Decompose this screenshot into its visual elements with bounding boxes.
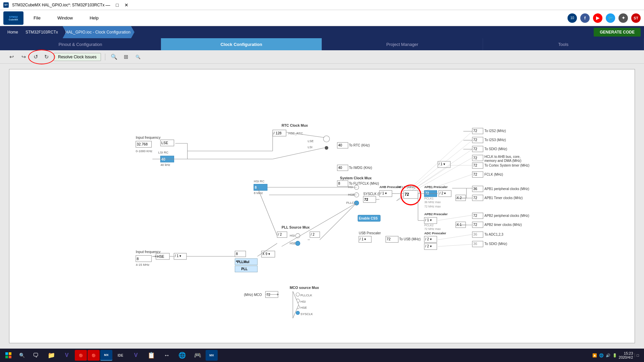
div128: / 128 <box>274 131 282 135</box>
sysclk-val: 72 <box>364 197 368 201</box>
fit-button[interactable]: ⊞ <box>121 52 131 62</box>
taskbar-mx2[interactable]: MX <box>206 350 218 361</box>
zoom-out-button[interactable]: 🔍 <box>133 52 143 62</box>
apb2-timer-label: APB2 timer clocks (MHz) <box>484 223 522 227</box>
app-logo: STM32 CubeMX <box>3 11 23 25</box>
to-flit-label: To FLITFCLK (MHz) <box>349 182 379 185</box>
resolve-clock-issues-button[interactable]: Resolve Clock Issues <box>54 53 101 61</box>
input-freq-lse-val: 32.768 <box>137 142 148 146</box>
close-button[interactable]: ✕ <box>123 2 130 8</box>
pllmul-label: *PLLMul <box>236 260 249 264</box>
twitter-icon[interactable]: 🐦 <box>606 13 615 23</box>
taskbar-vol-icon[interactable]: 🔊 <box>606 353 610 358</box>
lsi-rc-label: LSI RC <box>158 151 168 154</box>
breadcrumb: Home STM32F103RCTx HAL_GPIO.ioc - Clock … <box>0 26 644 38</box>
mhz-mco-label: (MHz) MCO <box>244 293 262 297</box>
taskbar-list[interactable]: 📋 <box>144 349 159 361</box>
tab-project[interactable]: Project Manager <box>322 38 483 50</box>
title-bar: ST STM32CubeMX HAL_GPIO.ioc*: STM32F103R… <box>0 0 644 10</box>
val-72-cortex: 72 <box>473 163 477 167</box>
menu-help[interactable]: Help <box>86 14 102 22</box>
menu-window[interactable]: Window <box>54 14 76 22</box>
breadcrumb-file[interactable]: HAL_GPIO.ioc - Clock Configuration <box>63 26 135 38</box>
adc-div2: / 2 ▾ <box>425 237 432 241</box>
maximize-button[interactable]: □ <box>114 2 120 8</box>
tab-pinout[interactable]: Pinout & Configuration <box>0 38 161 50</box>
refresh2-button[interactable]: ↻ <box>42 52 51 62</box>
hse-div1: / 1 ▾ <box>175 254 181 258</box>
taskbar-show-desktop[interactable]: □ <box>635 353 639 357</box>
taskbar-date: 2020/4/2 <box>619 355 633 359</box>
start-button[interactable] <box>2 349 15 361</box>
taskbar-chat[interactable]: 🗨 <box>29 349 43 361</box>
apb1-prescaler-label: APB1 Prescaler <box>424 185 448 189</box>
input-4-15: 4-15 MHz <box>136 263 150 266</box>
fclk-label: FCLK (MHz) <box>484 173 503 176</box>
redo-button[interactable]: ↪ <box>19 52 28 62</box>
val-72-apb2timer: 72 <box>473 223 477 227</box>
pll-mux-circle2 <box>296 241 300 245</box>
val-8-flit: 8 <box>338 181 340 185</box>
to-adc-label: To ADC1,2,3 <box>484 233 503 236</box>
enable-css-btn: Enable CSS <box>359 217 378 220</box>
taskbar-net-icon[interactable]: 🌐 <box>599 353 604 358</box>
taskbar-game[interactable]: 🎮 <box>190 349 205 361</box>
breadcrumb-home[interactable]: Home <box>3 26 22 38</box>
x2-val: X 2 <box>457 196 462 200</box>
svg-rect-94 <box>9 356 11 358</box>
taskbar-v2[interactable]: V <box>128 349 143 361</box>
hclk-ahb-label2: memory and DMA (MHz) <box>484 159 521 163</box>
undo-button[interactable]: ↩ <box>7 52 16 62</box>
taskbar-arrow-icon[interactable]: 🔼 <box>592 353 597 358</box>
val-36-apb1: 36 <box>473 187 477 191</box>
taskbar-red2[interactable]: 🔴 <box>88 350 100 361</box>
pclk1-label: PCLK1 <box>424 197 434 200</box>
menu-items: File Window Help <box>30 14 568 22</box>
to-i2s3-label: To I2S3 (MHz) <box>484 138 506 142</box>
tab-tools[interactable]: Tools <box>483 38 644 50</box>
taskbar-arrow[interactable]: ↔ <box>159 349 174 361</box>
network-icon[interactable]: ✦ <box>619 13 628 23</box>
svg-line-89 <box>320 203 357 240</box>
to-sdio-label: To SDIO (MHz) <box>484 147 507 151</box>
generate-code-button[interactable]: GENERATE CODE <box>594 28 641 37</box>
svg-line-72 <box>438 244 472 247</box>
svg-line-71 <box>438 234 472 240</box>
tab-clock[interactable]: Clock Configuration <box>161 38 322 50</box>
val-72-apb2: 72 <box>473 214 477 218</box>
taskbar-explorer[interactable]: 📁 <box>44 349 59 361</box>
taskbar-chrome[interactable]: 🌐 <box>175 349 190 361</box>
toolbar: ↩ ↪ ↺ ↻ Resolve Clock Issues 🔍 ⊞ 🔍 <box>0 50 644 64</box>
val-72-i2s2: 72 <box>473 129 477 133</box>
svg-rect-92 <box>9 352 11 355</box>
apb1-val: 72 <box>425 191 429 195</box>
rtc-mux-circle <box>323 136 330 142</box>
minimize-button[interactable]: — <box>104 2 111 8</box>
social-icons: 10 f ▶ 🐦 ✦ ST <box>568 13 641 23</box>
taskbar-ide[interactable]: IDE <box>113 349 128 361</box>
menu-file[interactable]: File <box>30 14 44 22</box>
hse-mco: HSE <box>301 306 307 309</box>
taskbar-vs[interactable]: V <box>59 349 74 361</box>
taskbar-red1[interactable]: 🔴 <box>75 350 87 361</box>
st-icon[interactable]: ST <box>631 13 641 23</box>
apb2-periph-label: APB2 peripheral clocks (MHz) <box>484 214 529 218</box>
clock-diagram-svg: Input frequency 32.768 0-1000 KHz LSE LS… <box>9 69 635 343</box>
zoom-in-button[interactable]: 🔍 <box>109 52 119 62</box>
facebook-icon[interactable]: f <box>580 13 590 23</box>
val-36-adc: 36 <box>473 232 477 236</box>
usb-prescaler-label: USB Prescaler <box>359 231 381 235</box>
search-taskbar-button[interactable]: 🔍 <box>16 349 28 361</box>
apb2-prescaler-label: APB2 Prescaler <box>424 213 448 216</box>
hsi-rc-val: 8 <box>255 185 257 189</box>
youtube-icon[interactable]: ▶ <box>593 13 602 23</box>
pll-box-label: PLL <box>241 267 248 271</box>
input-0-1000: 0-1000 KHz <box>136 149 153 153</box>
breadcrumb-device[interactable]: STM32F103RCTx <box>23 26 62 38</box>
svg-rect-93 <box>5 356 8 358</box>
taskbar-mx[interactable]: MX <box>100 350 112 361</box>
to-sdio2-label: To SDIO (MHz) <box>484 242 507 246</box>
72mhz-max2-label: 72 MHz max <box>424 227 441 231</box>
tab-bar: Pinout & Configuration Clock Configurati… <box>0 38 644 50</box>
refresh1-button[interactable]: ↺ <box>31 52 40 62</box>
